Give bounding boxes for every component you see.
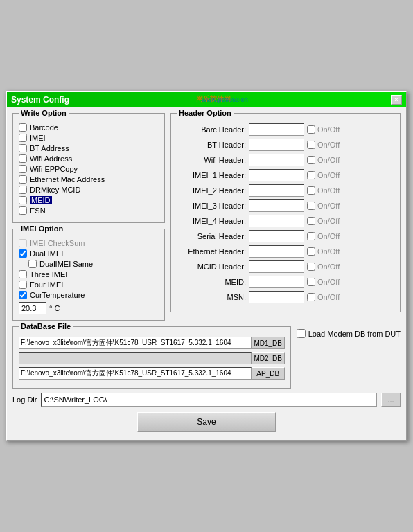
imei1-onoff-checkbox[interactable] xyxy=(307,171,315,179)
wifi-address-label: Wifi Address xyxy=(30,154,72,163)
mcid-header-input[interactable] xyxy=(249,260,304,273)
database-group: DataBase File MD1_DB MD2_DB AP_DB xyxy=(12,326,291,389)
imei-checkbox[interactable] xyxy=(19,134,27,142)
imei2-onoff-checkbox[interactable] xyxy=(307,186,315,195)
dualimei-same-label: DualIMEI Same xyxy=(39,260,93,268)
bt-header-row: BT Header: On/Off xyxy=(177,139,394,151)
imei1-header-input[interactable] xyxy=(249,169,304,181)
save-row: Save xyxy=(12,412,401,432)
md2-row: MD2_DB xyxy=(19,352,285,364)
md1-db-button[interactable]: MD1_DB xyxy=(252,337,285,349)
meid-checkbox[interactable] xyxy=(19,196,27,204)
meid-header-input[interactable] xyxy=(249,276,304,288)
ethernet-onoff: On/Off xyxy=(307,247,340,256)
four-imei-label: Four IMEI xyxy=(30,281,63,289)
load-modem-checkbox[interactable] xyxy=(297,329,306,338)
checkbox-row-imei: IMEI xyxy=(19,134,159,142)
imei1-onoff: On/Off xyxy=(307,171,340,179)
dual-imei-checkbox[interactable] xyxy=(19,249,27,258)
bt-onoff-checkbox[interactable] xyxy=(307,141,315,149)
wifi-address-checkbox[interactable] xyxy=(19,154,27,163)
wifi-eppcopy-checkbox[interactable] xyxy=(19,165,27,173)
imei3-onoff: On/Off xyxy=(307,202,340,210)
meid-onoff-checkbox[interactable] xyxy=(307,278,315,286)
load-modem-label: Load Modem DB from DUT xyxy=(308,330,401,338)
esn-checkbox[interactable] xyxy=(19,206,27,215)
three-imei-label: Three IMEI xyxy=(30,270,67,278)
ethernet-onoff-checkbox[interactable] xyxy=(307,247,315,256)
checkbox-row-bt-address: BT Address xyxy=(19,144,159,152)
barc-header-input[interactable] xyxy=(249,123,304,136)
ap-row: AP_DB xyxy=(19,367,285,380)
imei4-header-input[interactable] xyxy=(249,215,304,227)
bt-onoff-label: On/Off xyxy=(317,141,340,149)
ethernet-mac-label: Ethernet Mac Address xyxy=(30,175,105,184)
main-two-col: Write Option Barcode IMEI BT Address xyxy=(12,113,401,321)
checkbox-row-imei-checksum: IMEI CheckSum xyxy=(19,239,159,247)
log-dir-input[interactable] xyxy=(41,393,377,407)
wifi-onoff-checkbox[interactable] xyxy=(307,156,315,164)
imei2-onoff: On/Off xyxy=(307,186,340,195)
title-bar: System Config 网乐软件网 www.pc0359.cn × xyxy=(7,92,406,107)
meid-header-row: MEID: On/Off xyxy=(177,276,394,288)
three-imei-checkbox[interactable] xyxy=(19,270,27,278)
barc-onoff-checkbox[interactable] xyxy=(307,125,315,134)
watermark2: www.pc0359.cn xyxy=(202,96,248,103)
bt-header-input[interactable] xyxy=(249,139,304,151)
log-dir-browse-button[interactable]: ... xyxy=(381,393,401,407)
ethernet-header-input[interactable] xyxy=(249,245,304,258)
imei1-onoff-label: On/Off xyxy=(317,171,340,179)
imei2-header-row: IMEI_2 Header: On/Off xyxy=(177,184,394,197)
md2-db-button[interactable]: MD2_DB xyxy=(252,352,285,364)
msn-header-input[interactable] xyxy=(249,291,304,303)
md1-path-input[interactable] xyxy=(19,337,252,349)
header-option-group: Header Option Barc Header: On/Off BT Hea… xyxy=(170,113,401,312)
temperature-input[interactable] xyxy=(19,302,46,314)
imei1-header-label: IMEI_1 Header: xyxy=(177,171,246,179)
imei3-onoff-checkbox[interactable] xyxy=(307,202,315,210)
imei-option-label: IMEI Option xyxy=(19,224,65,233)
serial-header-row: Serial Header: On/Off xyxy=(177,230,394,242)
bottom-section: DataBase File MD1_DB MD2_DB AP_DB xyxy=(12,326,401,432)
dualimei-same-checkbox[interactable] xyxy=(28,260,37,268)
close-button[interactable]: × xyxy=(391,95,402,105)
ap-path-input[interactable] xyxy=(19,367,252,380)
bt-header-label: BT Header: xyxy=(177,141,246,149)
serial-onoff-label: On/Off xyxy=(317,232,340,240)
mcid-onoff: On/Off xyxy=(307,263,340,271)
md2-path-input[interactable] xyxy=(19,352,252,364)
imei3-header-input[interactable] xyxy=(249,200,304,212)
serial-header-input[interactable] xyxy=(249,230,304,242)
ap-db-button[interactable]: AP_DB xyxy=(252,367,285,380)
drmkey-mcid-label: DRMkey MCID xyxy=(30,186,80,194)
md1-row: MD1_DB xyxy=(19,337,285,349)
mcid-onoff-checkbox[interactable] xyxy=(307,263,315,271)
barc-header-label: Barc Header: xyxy=(177,125,246,134)
msn-header-label: MSN: xyxy=(177,293,246,301)
imei3-header-label: IMEI_3 Header: xyxy=(177,202,246,210)
save-button[interactable]: Save xyxy=(137,412,276,432)
cur-temperature-checkbox[interactable] xyxy=(19,291,27,299)
drmkey-mcid-checkbox[interactable] xyxy=(19,186,27,194)
window-body: Write Option Barcode IMEI BT Address xyxy=(7,107,406,440)
ethernet-onoff-label: On/Off xyxy=(317,247,340,256)
imei4-header-label: IMEI_4 Header: xyxy=(177,217,246,225)
serial-onoff-checkbox[interactable] xyxy=(307,232,315,240)
imei2-header-input[interactable] xyxy=(249,184,304,197)
temperature-row: ° C xyxy=(19,302,159,314)
ethernet-mac-checkbox[interactable] xyxy=(19,175,27,184)
load-modem-section: Load Modem DB from DUT xyxy=(297,326,401,338)
dual-imei-label: Dual IMEI xyxy=(30,249,63,258)
imei4-onoff-checkbox[interactable] xyxy=(307,217,315,225)
wifi-eppcopy-label: Wifi EPPCopy xyxy=(30,165,78,173)
wifi-header-input[interactable] xyxy=(249,154,304,166)
four-imei-checkbox[interactable] xyxy=(19,281,27,289)
bt-address-checkbox[interactable] xyxy=(19,144,27,152)
db-load-row: DataBase File MD1_DB MD2_DB AP_DB xyxy=(12,326,401,389)
header-option-label: Header Option xyxy=(177,109,234,117)
log-dir-label: Log Dir xyxy=(12,396,37,404)
msn-onoff: On/Off xyxy=(307,293,340,301)
checkbox-row-wifi-address: Wifi Address xyxy=(19,154,159,163)
barcode-checkbox[interactable] xyxy=(19,123,27,132)
msn-onoff-checkbox[interactable] xyxy=(307,293,315,301)
